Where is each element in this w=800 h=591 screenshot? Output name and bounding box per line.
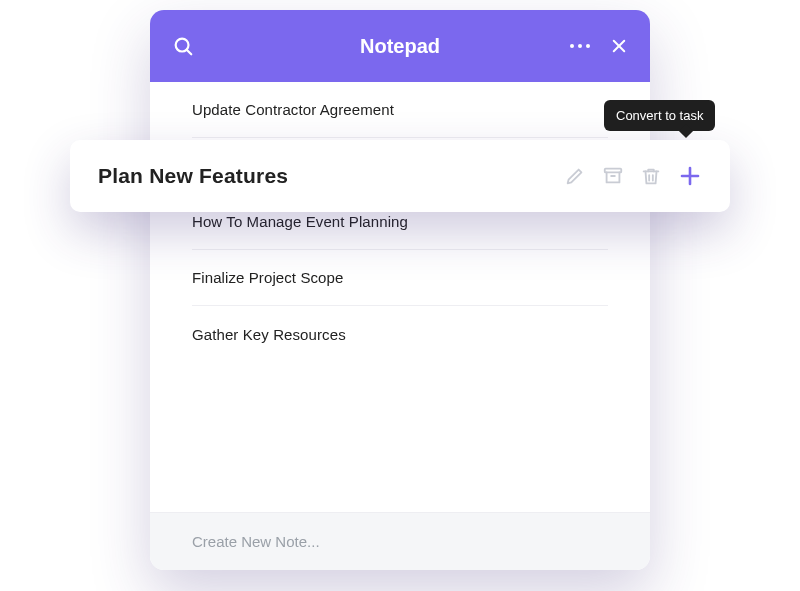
note-row[interactable]: Finalize Project Scope	[192, 250, 608, 306]
convert-to-task-icon[interactable]	[678, 164, 702, 188]
note-title: Finalize Project Scope	[192, 269, 343, 286]
note-row[interactable]: Gather Key Resources	[192, 306, 608, 362]
archive-icon[interactable]	[602, 165, 624, 187]
search-icon[interactable]	[172, 35, 194, 57]
note-title: How To Manage Event Planning	[192, 213, 408, 230]
convert-tooltip: Convert to task	[604, 100, 715, 131]
trash-icon[interactable]	[640, 165, 662, 187]
active-note-card[interactable]: Plan New Features	[70, 140, 730, 212]
svg-line-1	[187, 50, 192, 55]
tooltip-text: Convert to task	[616, 108, 703, 123]
note-row[interactable]: Update Contractor Agreement	[192, 82, 608, 138]
close-icon[interactable]	[610, 37, 628, 55]
more-icon[interactable]	[570, 44, 590, 48]
note-title: Gather Key Resources	[192, 326, 346, 343]
create-note-label: Create New Note...	[192, 533, 320, 550]
active-note-title: Plan New Features	[98, 164, 548, 188]
notepad-panel: Notepad Update Contractor Agreement How …	[150, 10, 650, 570]
edit-icon[interactable]	[564, 165, 586, 187]
create-note-button[interactable]: Create New Note...	[150, 512, 650, 570]
note-title: Update Contractor Agreement	[192, 101, 394, 118]
panel-header: Notepad	[150, 10, 650, 82]
